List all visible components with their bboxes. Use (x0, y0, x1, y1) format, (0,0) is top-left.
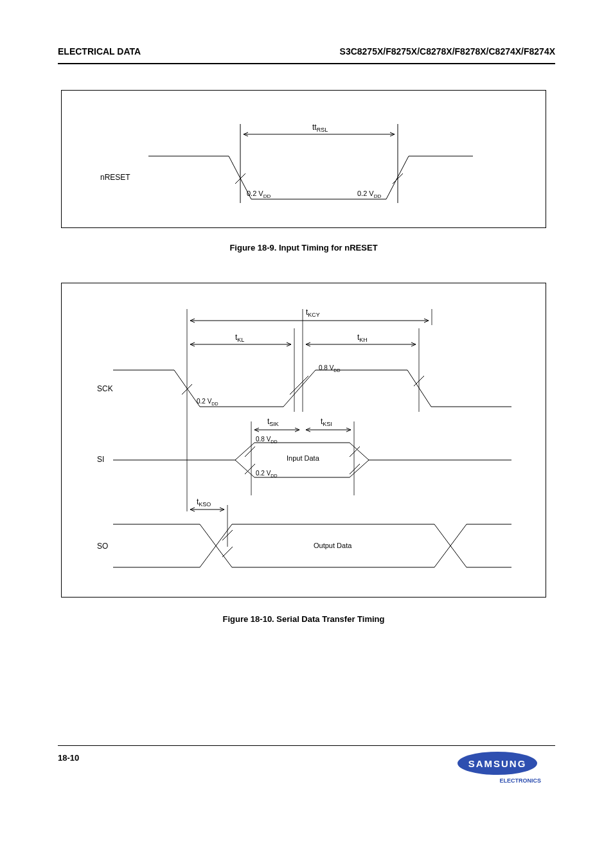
header-right: S3C8275X/F8275X/C8278X/F8278X/C8274X/F82… (340, 46, 555, 57)
timing-tkcy: tKCY (306, 308, 320, 318)
timing-tsik: tSIK (267, 417, 279, 427)
so-data: Output Data (314, 542, 351, 549)
signal-name-nreset: nRESET (100, 173, 130, 182)
svg-line-27 (350, 447, 360, 457)
sck-vl: 0.2 VDD (197, 398, 218, 406)
si-vh: 0.8 VDD (256, 436, 277, 444)
svg-line-26 (245, 464, 255, 474)
footer-rule (58, 745, 555, 746)
timing-tkso: tKSO (197, 497, 211, 508)
figure-1-caption: Figure 18-9. Input Timing for nRESET (61, 243, 546, 252)
si-data: Input Data (287, 454, 319, 462)
timing-tksi: tKSI (321, 417, 332, 427)
signal-so: SO (97, 542, 108, 551)
signal-si: SI (97, 455, 104, 464)
timing-tkl: tKL (235, 333, 244, 343)
page-number: 18-10 (58, 753, 79, 763)
timing-tkh: tKH (357, 333, 368, 343)
vlow-left: 0.2 VDD (247, 190, 271, 199)
svg-line-21 (298, 376, 308, 386)
sck-vh: 0.8 VDD (319, 364, 340, 373)
si-vl: 0.2 VDD (256, 470, 277, 478)
figure-2-caption: Figure 18-10. Serial Data Transfer Timin… (61, 614, 546, 624)
figure-1-diagram (62, 91, 547, 229)
header-left: ELECTRICAL DATA (58, 46, 141, 57)
header-rule (58, 63, 555, 64)
figure-2-diagram (62, 283, 547, 598)
logo-subtext: ELECTRONICS (499, 777, 541, 784)
samsung-logo: SAMSUNG ELECTRONICS (452, 750, 549, 786)
logo-text: SAMSUNG (468, 758, 527, 769)
figure-1-box: nRESET ttRSLtRSL 0.2 VDD 0.2 VDD (61, 90, 546, 228)
svg-line-40 (222, 547, 233, 557)
figure-2-box: SCK SI SO tKCY tKL tKH tSIK tKSI tKSO 0.… (61, 283, 546, 598)
signal-sck: SCK (97, 384, 113, 393)
page-header: ELECTRICAL DATA S3C8275X/F8275X/C8278X/F… (58, 46, 555, 57)
timing-trsl: ttRSLtRSL (312, 123, 328, 133)
svg-line-25 (245, 447, 255, 457)
vlow-right: 0.2 VDD (357, 190, 381, 199)
